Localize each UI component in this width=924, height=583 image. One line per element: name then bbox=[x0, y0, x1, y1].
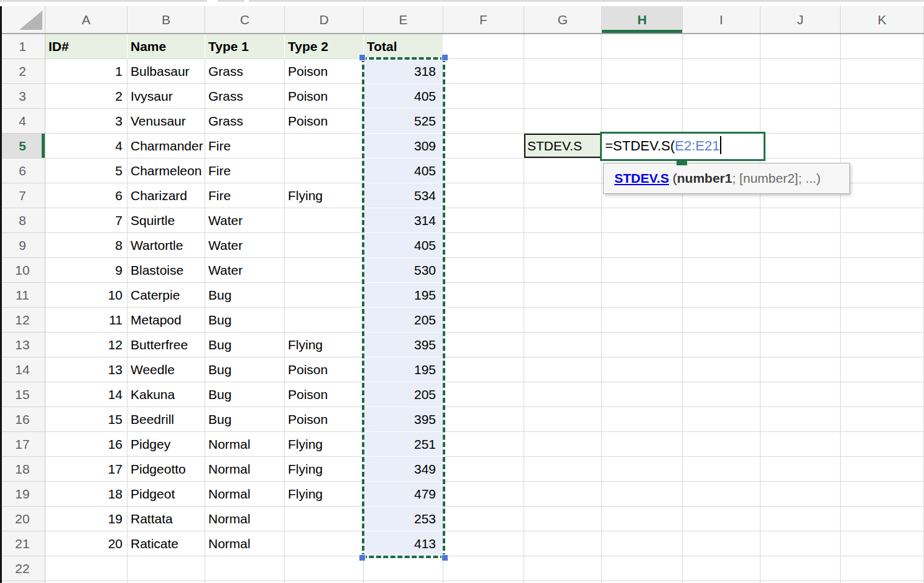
cell-G11[interactable] bbox=[524, 283, 602, 308]
cell-F18[interactable] bbox=[443, 457, 524, 482]
col-header-G[interactable]: G bbox=[524, 6, 602, 33]
cell-I10[interactable] bbox=[683, 258, 760, 283]
cell-A19[interactable]: 18 bbox=[45, 482, 127, 507]
cell-C13[interactable]: Bug bbox=[205, 333, 285, 357]
cell-H4[interactable] bbox=[602, 109, 683, 134]
header-cell-D1[interactable]: Type 2 bbox=[285, 34, 364, 59]
cell-K12[interactable] bbox=[841, 308, 924, 333]
cell-A10[interactable]: 9 bbox=[45, 258, 127, 283]
cell-B15[interactable]: Kakuna bbox=[127, 382, 205, 407]
col-header-C[interactable]: C bbox=[205, 6, 285, 33]
cell-I17[interactable] bbox=[683, 432, 760, 457]
cell-K3[interactable] bbox=[841, 84, 924, 109]
col-header-H[interactable]: H bbox=[602, 6, 683, 33]
cell-B6[interactable]: Charmeleon bbox=[127, 158, 205, 183]
cell-J20[interactable] bbox=[760, 507, 841, 531]
cell-F14[interactable] bbox=[443, 357, 524, 382]
cell-G3[interactable] bbox=[524, 84, 602, 109]
cell-G13[interactable] bbox=[524, 333, 602, 357]
cell-K1[interactable] bbox=[841, 34, 924, 59]
cell-F6[interactable] bbox=[443, 158, 524, 183]
cell-H19[interactable] bbox=[602, 482, 683, 507]
cell-G22[interactable] bbox=[524, 556, 602, 581]
col-header-F[interactable]: F bbox=[443, 6, 524, 33]
cell-D7[interactable]: Flying bbox=[285, 183, 364, 208]
cell-H10[interactable] bbox=[602, 258, 683, 283]
cell-B21[interactable]: Raticate bbox=[127, 531, 205, 556]
cell-C4[interactable]: Grass bbox=[205, 109, 285, 134]
cell-I4[interactable] bbox=[683, 109, 760, 134]
cell-D19[interactable]: Flying bbox=[285, 482, 364, 507]
cell-B16[interactable]: Beedrill bbox=[127, 407, 205, 432]
cell-A9[interactable]: 8 bbox=[45, 233, 127, 258]
cell-J8[interactable] bbox=[760, 208, 841, 233]
cell-I22[interactable] bbox=[683, 556, 760, 581]
cell-K22[interactable] bbox=[841, 556, 924, 581]
cell-H8[interactable] bbox=[602, 208, 683, 233]
cell-A3[interactable]: 2 bbox=[45, 84, 127, 109]
row-header-8[interactable]: 8 bbox=[0, 208, 45, 233]
row-header-6[interactable]: 6 bbox=[0, 158, 45, 183]
cell-H22[interactable] bbox=[602, 556, 683, 581]
cell-F5[interactable] bbox=[443, 134, 524, 158]
cell-F22[interactable] bbox=[443, 556, 524, 581]
cell-D3[interactable]: Poison bbox=[285, 84, 364, 109]
cell-F4[interactable] bbox=[443, 109, 524, 134]
cell-J10[interactable] bbox=[760, 258, 841, 283]
cell-K10[interactable] bbox=[841, 258, 924, 283]
cell-A5[interactable]: 4 bbox=[45, 134, 127, 158]
cell-H9[interactable] bbox=[602, 233, 683, 258]
cell-A6[interactable]: 5 bbox=[45, 158, 127, 183]
cell-E14[interactable]: 195 bbox=[364, 357, 443, 382]
cell-G18[interactable] bbox=[524, 457, 602, 482]
cell-B4[interactable]: Venusaur bbox=[127, 109, 205, 134]
row-header-16[interactable]: 16 bbox=[0, 407, 45, 432]
cell-B2[interactable]: Bulbasaur bbox=[127, 59, 205, 84]
row-header-3[interactable]: 3 bbox=[0, 84, 45, 109]
cell-F19[interactable] bbox=[443, 482, 524, 507]
cell-J11[interactable] bbox=[760, 283, 841, 308]
cell-K9[interactable] bbox=[841, 233, 924, 258]
cell-I9[interactable] bbox=[683, 233, 760, 258]
cell-F1[interactable] bbox=[443, 34, 524, 59]
col-header-I[interactable]: I bbox=[683, 6, 760, 33]
cell-H16[interactable] bbox=[602, 407, 683, 432]
cell-C12[interactable]: Bug bbox=[205, 308, 285, 333]
cell-C18[interactable]: Normal bbox=[205, 457, 285, 482]
cell-I12[interactable] bbox=[683, 308, 760, 333]
row-header-9[interactable]: 9 bbox=[0, 233, 45, 258]
cell-K19[interactable] bbox=[841, 482, 924, 507]
cell-K4[interactable] bbox=[841, 109, 924, 134]
cell-D6[interactable] bbox=[285, 158, 364, 183]
row-header-1[interactable]: 1 bbox=[0, 34, 45, 59]
cell-A12[interactable]: 11 bbox=[45, 308, 127, 333]
cell-F9[interactable] bbox=[443, 233, 524, 258]
cell-E2[interactable]: 318 bbox=[364, 59, 443, 84]
cell-C6[interactable]: Fire bbox=[205, 158, 285, 183]
cell-G16[interactable] bbox=[524, 407, 602, 432]
cell-I2[interactable] bbox=[683, 59, 760, 84]
cell-E17[interactable]: 251 bbox=[364, 432, 443, 457]
cell-E6[interactable]: 405 bbox=[364, 158, 443, 183]
cell-G9[interactable] bbox=[524, 233, 602, 258]
cell-K15[interactable] bbox=[841, 382, 924, 407]
row-header-22[interactable]: 22 bbox=[0, 556, 45, 581]
cell-E21[interactable]: 413 bbox=[364, 531, 443, 556]
row-header-5[interactable]: 5 bbox=[0, 134, 45, 158]
cell-D2[interactable]: Poison bbox=[285, 59, 364, 84]
cell-D14[interactable]: Poison bbox=[285, 357, 364, 382]
cell-F17[interactable] bbox=[443, 432, 524, 457]
cell-F10[interactable] bbox=[443, 258, 524, 283]
cell-C17[interactable]: Normal bbox=[205, 432, 285, 457]
cell-C15[interactable]: Bug bbox=[205, 382, 285, 407]
cell-B22[interactable] bbox=[127, 556, 205, 581]
row-header-4[interactable]: 4 bbox=[0, 109, 45, 134]
cell-J4[interactable] bbox=[760, 109, 841, 134]
cell-J15[interactable] bbox=[760, 382, 841, 407]
cell-K7[interactable] bbox=[841, 183, 924, 208]
cell-E19[interactable]: 479 bbox=[364, 482, 443, 507]
cell-E10[interactable]: 530 bbox=[364, 258, 443, 283]
cell-H3[interactable] bbox=[602, 84, 683, 109]
cell-E3[interactable]: 405 bbox=[364, 84, 443, 109]
cell-I11[interactable] bbox=[683, 283, 760, 308]
